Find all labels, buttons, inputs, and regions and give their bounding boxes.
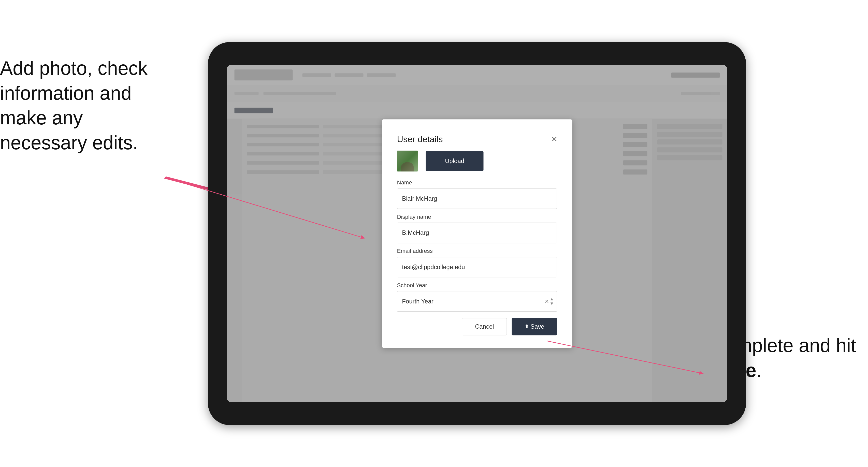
name-input[interactable] bbox=[397, 188, 557, 209]
scene: Add photo, check information and make an… bbox=[0, 0, 868, 467]
display-name-input[interactable] bbox=[397, 223, 557, 243]
save-button[interactable]: ⬆ Save bbox=[512, 318, 557, 335]
cancel-button[interactable]: Cancel bbox=[462, 318, 507, 335]
profile-photo-image bbox=[397, 151, 418, 172]
profile-photo-thumbnail bbox=[397, 151, 418, 172]
email-field-group: Email address bbox=[397, 248, 557, 278]
save-label: Save bbox=[530, 323, 544, 330]
upload-photo-button[interactable]: Upload bbox=[426, 151, 484, 171]
tablet-screen: User details × Upload Name Di bbox=[227, 65, 727, 402]
name-field-group: Name bbox=[397, 179, 557, 209]
email-input[interactable] bbox=[397, 257, 557, 277]
modal-header: User details × bbox=[397, 134, 557, 144]
school-year-label: School Year bbox=[397, 282, 557, 289]
email-label: Email address bbox=[397, 248, 557, 255]
school-year-field-group: School Year × ▲ ▼ bbox=[397, 282, 557, 312]
school-year-arrows: ▲ ▼ bbox=[550, 297, 554, 306]
display-name-field-group: Display name bbox=[397, 214, 557, 243]
modal-close-button[interactable]: × bbox=[552, 134, 557, 144]
modal-overlay: User details × Upload Name Di bbox=[227, 65, 727, 402]
photo-row: Upload bbox=[397, 151, 557, 172]
school-year-down-button[interactable]: ▼ bbox=[550, 302, 554, 306]
annotation-right-part2: . bbox=[756, 360, 762, 381]
school-year-clear-button[interactable]: × bbox=[545, 298, 549, 305]
school-year-controls: × ▲ ▼ bbox=[545, 297, 554, 306]
modal-footer: Cancel ⬆ Save bbox=[397, 318, 557, 335]
display-name-label: Display name bbox=[397, 214, 557, 220]
annotation-left-text: Add photo, check information and make an… bbox=[0, 58, 148, 153]
name-label: Name bbox=[397, 179, 557, 186]
school-year-up-button[interactable]: ▲ bbox=[550, 297, 554, 301]
user-details-modal: User details × Upload Name Di bbox=[382, 119, 572, 348]
school-year-wrapper: × ▲ ▼ bbox=[397, 291, 557, 312]
tablet-shell: User details × Upload Name Di bbox=[208, 42, 746, 425]
annotation-left: Add photo, check information and make an… bbox=[0, 56, 156, 155]
save-icon: ⬆ bbox=[525, 323, 529, 330]
modal-title: User details bbox=[397, 134, 443, 144]
school-year-input[interactable] bbox=[397, 291, 557, 312]
